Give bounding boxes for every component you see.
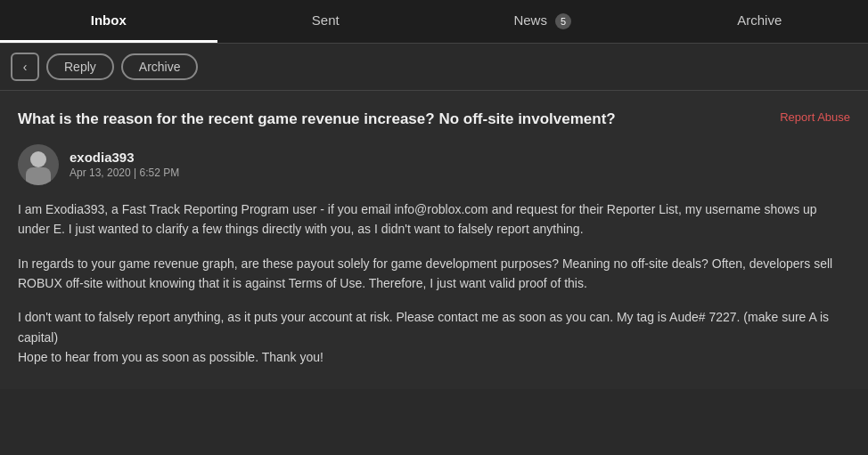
message-paragraph-3: I don't want to falsely report anything,… [18,307,850,367]
message-subject: What is the reason for the recent game r… [18,109,616,130]
avatar-head [30,151,46,167]
avatar-body [26,167,51,185]
message-body: I am Exodia393, a Fast Track Reporting P… [18,199,850,368]
tab-bar: Inbox Sent News 5 Archive [0,0,868,44]
sender-name: exodia393 [70,150,179,165]
tab-sent-label: Sent [312,12,340,28]
tab-archive[interactable]: Archive [651,0,869,43]
back-icon: ‹ [23,60,28,74]
archive-button[interactable]: Archive [121,53,199,80]
news-badge: 5 [555,13,571,29]
message-subject-row: What is the reason for the recent game r… [18,109,850,130]
tab-news[interactable]: News 5 [434,0,651,43]
toolbar: ‹ Reply Archive [0,44,868,91]
tab-inbox[interactable]: Inbox [0,0,217,43]
reply-label: Reply [64,60,96,74]
sender-date: Apr 13, 2020 | 6:52 PM [70,167,179,179]
message-area: What is the reason for the recent game r… [0,91,868,389]
sender-row: exodia393 Apr 13, 2020 | 6:52 PM [18,144,850,185]
reply-button[interactable]: Reply [46,53,114,80]
tab-inbox-label: Inbox [91,12,127,28]
tab-sent[interactable]: Sent [217,0,435,43]
tab-news-label: News [513,12,547,28]
message-paragraph-2: In regards to your game revenue graph, a… [18,254,850,294]
avatar [18,144,59,185]
archive-label: Archive [139,60,181,74]
back-button[interactable]: ‹ [11,53,39,81]
message-paragraph-1: I am Exodia393, a Fast Track Reporting P… [18,199,850,240]
avatar-figure [18,144,59,185]
tab-archive-label: Archive [737,12,782,28]
sender-details: exodia393 Apr 13, 2020 | 6:52 PM [70,150,179,179]
report-abuse-link[interactable]: Report Abuse [780,109,850,124]
